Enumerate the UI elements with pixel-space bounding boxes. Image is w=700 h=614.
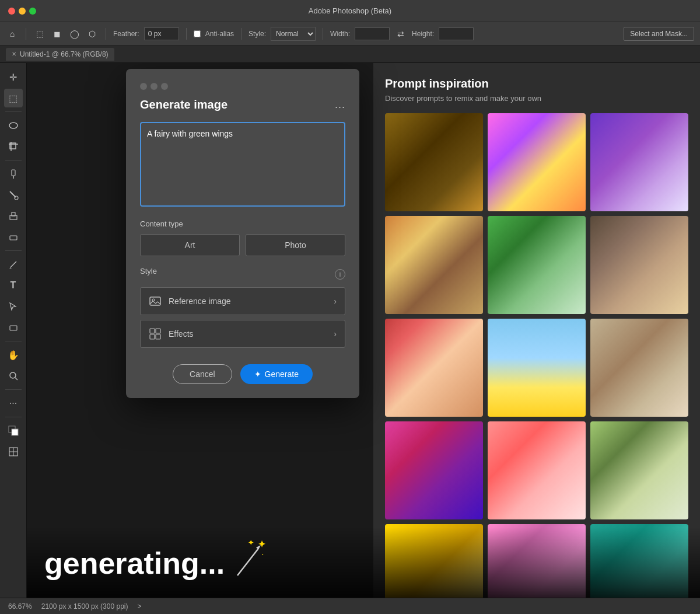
svg-rect-10 [10, 236, 17, 240]
title-bar: Adobe Photoshop (Beta) [0, 0, 700, 22]
tab-bar: ✕ Untitled-1 @ 66.7% (RGB/8) [0, 46, 700, 63]
eraser-tool[interactable] [4, 228, 23, 246]
inspiration-image-dog[interactable] [590, 319, 688, 417]
svg-rect-4 [12, 170, 15, 176]
style-label: Style [140, 267, 157, 275]
feather-input[interactable] [144, 27, 179, 40]
svg-rect-21 [150, 297, 160, 305]
tool-separator-1 [5, 111, 22, 112]
reference-image-chevron-icon: › [334, 296, 337, 306]
inspiration-subtitle: Discover prompts to remix and make your … [385, 94, 688, 103]
shape-tool[interactable] [4, 318, 23, 337]
svg-point-14 [10, 372, 16, 378]
foreground-color-icon[interactable] [4, 421, 23, 440]
inspiration-image-nest[interactable] [488, 216, 586, 314]
svg-rect-24 [156, 329, 160, 333]
marquee-tool[interactable]: ⬚ [4, 89, 23, 107]
inspiration-image-elder[interactable] [590, 216, 688, 314]
swap-icon[interactable]: ⇄ [394, 27, 407, 40]
generate-button[interactable]: ✦ Generate [240, 364, 313, 384]
style-info-icon[interactable]: i [335, 269, 345, 280]
svg-rect-26 [156, 334, 160, 339]
svg-rect-13 [10, 326, 17, 330]
toolbar-separator-4 [241, 28, 242, 40]
more-tools-icon[interactable]: ··· [4, 394, 23, 413]
marquee-shape-icon[interactable]: ◼ [51, 27, 64, 40]
dialog-more-button[interactable]: ... [335, 99, 345, 111]
inspiration-image-ship[interactable] [385, 113, 483, 211]
move-tool[interactable]: ✛ [4, 68, 23, 86]
svg-line-15 [15, 378, 18, 380]
dialog-traffic-lights [140, 83, 345, 90]
crop-tool[interactable] [4, 137, 23, 156]
fullscreen-button[interactable] [29, 8, 36, 15]
inspiration-image-room[interactable] [590, 421, 688, 519]
style-header: Style i [140, 267, 345, 281]
svg-rect-25 [150, 334, 155, 339]
effects-icon [149, 327, 162, 340]
effects-label: Effects [169, 329, 194, 339]
inspiration-image-woman[interactable] [385, 421, 483, 519]
generate-label: Generate [265, 369, 299, 379]
select-and-mask-button[interactable]: Select and Mask... [624, 27, 694, 41]
width-label: Width: [330, 30, 350, 38]
close-button[interactable] [8, 8, 15, 15]
stamp-tool[interactable] [4, 207, 23, 225]
hand-tool[interactable]: ✋ [4, 346, 23, 364]
content-type-buttons: Art Photo [140, 234, 345, 256]
photo-button[interactable]: Photo [246, 234, 345, 256]
minimize-button[interactable] [19, 8, 26, 15]
dialog-tl-2 [150, 83, 158, 90]
path-selection-tool[interactable] [4, 297, 23, 316]
text-tool[interactable]: T [4, 276, 23, 295]
generate-image-dialog: Generate image ... A fairy with green wi… [126, 69, 359, 398]
canvas-adjustment-icon[interactable] [4, 442, 23, 461]
cancel-button[interactable]: Cancel [173, 364, 232, 384]
marquee-rect-icon[interactable]: ⬚ [33, 27, 46, 40]
eyedropper-tool[interactable] [4, 165, 23, 183]
main-area: ✛ ⬚ [0, 63, 700, 598]
inspiration-image-waterfall[interactable] [590, 113, 688, 211]
status-arrow[interactable]: > [137, 602, 141, 610]
inspiration-title: Prompt inspiration [385, 77, 688, 90]
tool-separator-4 [5, 341, 22, 341]
marquee-lasso-icon[interactable]: ⬡ [86, 27, 99, 40]
tool-separator-2 [5, 160, 22, 161]
tool-separator-6 [5, 417, 22, 417]
document-tab[interactable]: ✕ Untitled-1 @ 66.7% (RGB/8) [6, 48, 114, 61]
canvas-area: Generate image ... A fairy with green wi… [27, 63, 700, 598]
main-toolbar: ⌂ ⬚ ◼ ◯ ⬡ Feather: Anti-alias Style: Nor… [0, 22, 700, 46]
tab-label: Untitled-1 @ 66.7% (RGB/8) [20, 50, 108, 58]
tool-separator-3 [5, 250, 22, 251]
zoom-tool[interactable] [4, 367, 23, 385]
anti-alias-checkbox[interactable] [194, 30, 201, 37]
marquee-ellipse-icon[interactable]: ◯ [68, 27, 81, 40]
reference-image-button[interactable]: Reference image › [140, 287, 345, 315]
effects-button[interactable]: Effects › [140, 320, 345, 348]
dialog-overlay: Generate image ... A fairy with green wi… [27, 63, 700, 598]
svg-rect-17 [12, 429, 18, 435]
app-title: Adobe Photoshop (Beta) [309, 6, 391, 15]
prompt-textarea[interactable]: A fairy with green wings [140, 122, 345, 207]
home-icon[interactable]: ⌂ [6, 27, 19, 40]
art-button[interactable]: Art [140, 234, 240, 256]
height-input[interactable] [439, 27, 474, 40]
inspiration-image-cat[interactable] [488, 113, 586, 211]
svg-text:✦: ✦ [258, 540, 266, 549]
inspiration-image-milkshake[interactable] [385, 319, 483, 417]
anti-alias-label: Anti-alias [205, 30, 234, 38]
svg-line-27 [237, 549, 258, 575]
style-select[interactable]: Normal Add Subtract Intersect [271, 27, 316, 41]
inspiration-image-duck[interactable] [488, 319, 586, 417]
status-bar: 66.67% 2100 px x 1500 px (300 ppi) > [0, 598, 700, 614]
inspiration-image-trailer[interactable] [385, 216, 483, 314]
inspiration-image-cherry[interactable] [488, 421, 586, 519]
tab-close-icon[interactable]: ✕ [12, 51, 16, 57]
lasso-tool[interactable] [4, 116, 23, 135]
content-type-label: Content type [140, 219, 345, 228]
width-input[interactable] [355, 27, 390, 40]
wand-sparkle-icon: ✦ ✦ · [232, 540, 267, 586]
pen-tool[interactable] [4, 255, 23, 274]
svg-marker-12 [9, 267, 12, 268]
brush-tool[interactable] [4, 186, 23, 204]
